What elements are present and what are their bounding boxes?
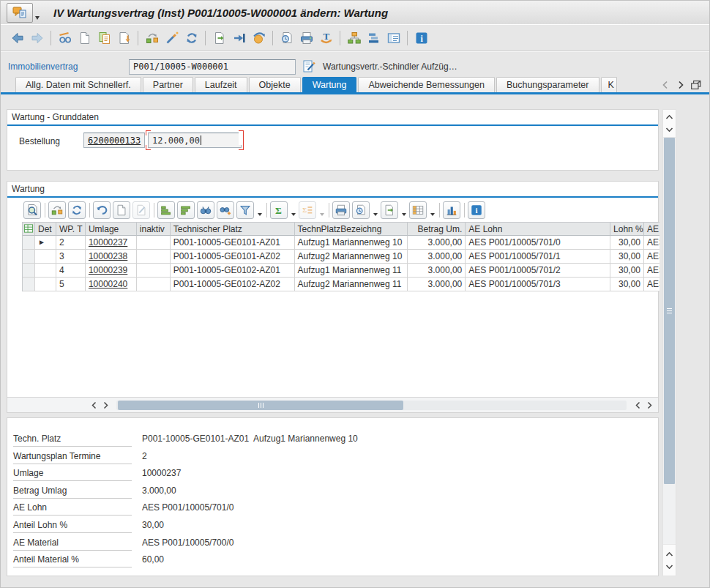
filter-dropdown[interactable] <box>256 201 263 219</box>
tab-wartung[interactable]: Wartung <box>302 77 357 92</box>
hscroll-right-button[interactable] <box>100 399 111 411</box>
detail-value: 30,00 <box>142 520 253 531</box>
col-header-umlage[interactable]: Umlage <box>86 223 137 236</box>
vscroll-up-button-bottom[interactable] <box>664 550 675 559</box>
fast-entry-button[interactable] <box>229 29 249 48</box>
sort-desc-button[interactable] <box>177 201 195 219</box>
bestellung-number-link[interactable]: 6200000133 <box>88 135 141 146</box>
tab-scroll-right-button[interactable] <box>675 79 687 91</box>
back-button[interactable] <box>7 29 27 48</box>
preview-button[interactable] <box>277 29 296 48</box>
print-button[interactable] <box>296 29 316 48</box>
tab-konditionen-truncated[interactable]: K <box>601 77 617 92</box>
filter-button[interactable] <box>236 201 254 219</box>
svg-text:Σ: Σ <box>275 205 282 216</box>
sum-button[interactable]: Σ <box>270 201 288 219</box>
bestellung-amount-field[interactable]: 12.000,00 <box>148 133 242 148</box>
copy-button[interactable] <box>94 29 114 48</box>
copy-contract-button[interactable] <box>209 29 229 48</box>
create-button[interactable] <box>75 29 94 48</box>
insert-row-button[interactable] <box>113 201 130 219</box>
immobilienvertrag-field[interactable]: P001/10005-W000001 <box>129 59 296 75</box>
hscroll-left-button[interactable] <box>88 399 100 411</box>
hscroll-left-button-right[interactable] <box>632 399 643 411</box>
hscroll-right-button-right[interactable] <box>643 399 655 411</box>
vscroll-thumb[interactable] <box>664 138 675 484</box>
detail-view-button[interactable] <box>384 29 403 48</box>
info-button[interactable]: i <box>411 29 431 48</box>
col-header-betrag-um[interactable]: Betrag Um. <box>408 223 466 236</box>
layout-button[interactable] <box>409 201 427 219</box>
export-button[interactable] <box>381 201 398 219</box>
select-all-cell[interactable] <box>23 223 35 236</box>
layout-dropdown[interactable] <box>429 201 436 219</box>
row-select-cell[interactable] <box>23 264 35 278</box>
hscroll-track[interactable] <box>116 401 627 410</box>
vscroll-track[interactable] <box>663 138 676 544</box>
cell-inaktiv[interactable] <box>137 250 171 264</box>
cell-umlage-link[interactable]: 10000237 <box>89 237 127 248</box>
cell-umlage-link[interactable]: 10000238 <box>89 251 127 261</box>
row-select-cell[interactable] <box>23 250 35 264</box>
col-header-ae-material[interactable]: AE M <box>644 223 659 236</box>
check-button[interactable] <box>142 29 162 48</box>
overview-list-button[interactable] <box>364 29 384 48</box>
cell-inaktiv[interactable] <box>137 264 171 278</box>
tab-buchungsparameter[interactable]: Buchungsparameter <box>496 77 599 92</box>
cell-inaktiv[interactable] <box>137 278 171 291</box>
cell-ae-lohn: AES P001/10005/701/3 <box>466 278 610 291</box>
tab-laufzeit[interactable]: Laufzeit <box>195 77 247 92</box>
cell-umlage-link[interactable]: 10000239 <box>89 265 127 275</box>
cell-umlage-link[interactable]: 10000240 <box>89 279 127 289</box>
tab-allg-daten[interactable]: Allg. Daten mit Schnellerf. <box>15 77 141 92</box>
col-header-technischer-platz[interactable]: Technischer Platz <box>171 223 295 236</box>
col-header-ae-lohn[interactable]: AE Lohn <box>466 223 610 236</box>
row-select-cell[interactable] <box>23 278 35 291</box>
cell-inaktiv[interactable] <box>137 236 171 250</box>
refresh-grid-button[interactable] <box>68 201 86 219</box>
edit-text-button[interactable] <box>301 59 317 75</box>
vscroll-up-button[interactable] <box>664 113 675 122</box>
graph-button[interactable] <box>443 201 460 219</box>
toolbar-separator <box>138 31 138 45</box>
cell-ae-material: AES <box>644 250 659 264</box>
col-header-technplatzbezeichng[interactable]: TechnPlatzBezeichng <box>295 223 408 236</box>
contract-header-row: Immobilienvertrag P001/10005-W000001 War… <box>1 57 709 76</box>
tab-objekte[interactable]: Objekte <box>249 77 301 92</box>
hscroll-thumb[interactable] <box>118 401 403 410</box>
display-change-button[interactable] <box>55 29 75 48</box>
copy-template-button[interactable] <box>114 29 134 48</box>
col-header-inaktiv[interactable]: inaktiv <box>137 223 171 236</box>
hierarchy-button[interactable] <box>344 29 364 48</box>
tab-partner[interactable]: Partner <box>143 77 193 92</box>
col-header-lohn-pct[interactable]: Lohn % <box>610 223 644 236</box>
services-for-object-button[interactable] <box>7 3 33 23</box>
views-dropdown[interactable] <box>372 201 378 219</box>
refresh-button[interactable] <box>182 29 201 48</box>
sum-dropdown[interactable] <box>290 201 296 219</box>
export-dropdown[interactable] <box>400 201 407 219</box>
sort-asc-button[interactable] <box>157 201 175 219</box>
tab-scroll-left-button[interactable] <box>659 79 671 91</box>
views-button[interactable] <box>352 201 370 219</box>
tab-abweichende-bemessungen[interactable]: Abweichende Bemessungen <box>358 77 494 92</box>
row-select-cell[interactable] <box>23 236 35 250</box>
find-next-button[interactable] <box>217 201 234 219</box>
bestellung-number-field[interactable]: 6200000133 <box>83 133 145 148</box>
tab-overview-button[interactable] <box>690 79 702 91</box>
refresh-icon <box>184 31 199 45</box>
details-button[interactable] <box>23 201 41 219</box>
undo-button[interactable] <box>93 201 111 219</box>
col-header-det[interactable]: Det <box>35 223 56 236</box>
services-for-object-dropdown[interactable] <box>33 4 42 22</box>
col-header-wp-t[interactable]: WP. T <box>56 223 86 236</box>
vscroll-down-button[interactable] <box>664 125 675 134</box>
find-button[interactable] <box>197 201 214 219</box>
grid-info-button[interactable]: i <box>468 201 485 219</box>
print-grid-button[interactable] <box>332 201 350 219</box>
quick-change-button[interactable] <box>162 29 182 48</box>
text-button[interactable]: T <box>316 29 336 48</box>
check-entries-button[interactable] <box>48 201 66 219</box>
release-button[interactable] <box>249 29 269 48</box>
vscroll-down-button-bottom[interactable] <box>664 562 675 571</box>
